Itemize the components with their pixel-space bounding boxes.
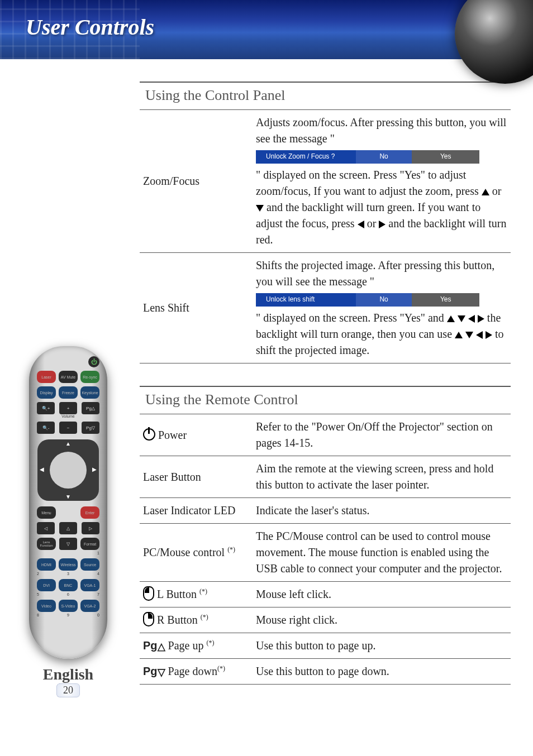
section-heading-remote: Using the Remote Control: [140, 386, 511, 414]
prompt-no-button[interactable]: No: [356, 150, 412, 164]
sidebar: ⏻ Laser AV Mute Re-sync Display Freeze K…: [12, 346, 124, 685]
num-label: 0: [97, 613, 99, 617]
remote-vga2-button[interactable]: VGA-2: [80, 600, 99, 612]
laser-button-desc: Aim the remote at the viewing screen, pr…: [253, 456, 511, 498]
remote-wireless-button[interactable]: Wireless: [59, 558, 78, 571]
arrow-right-icon: [486, 331, 492, 339]
remote-vga1-button[interactable]: VGA-1: [80, 579, 99, 591]
remote-format-button[interactable]: Format: [80, 538, 99, 550]
text: or: [492, 185, 502, 197]
control-panel-table: Zoom/Focus Adjusts zoom/focus. After pre…: [140, 110, 511, 363]
num-label: 1: [97, 551, 99, 555]
remote-source-button[interactable]: Source: [80, 558, 99, 571]
text: Page: [165, 665, 190, 677]
remote-control-image: ⏻ Laser AV Mute Re-sync Display Freeze K…: [29, 346, 107, 659]
text: L Button: [154, 588, 199, 600]
footnote-marker: (*): [227, 546, 235, 553]
remote-volplus-button[interactable]: +: [59, 402, 77, 414]
arrow-right-icon: [478, 315, 484, 323]
remote-nav-right[interactable]: ▷: [82, 522, 99, 534]
remote-keystone-button[interactable]: Keystone: [80, 386, 99, 399]
arrow-down-icon: [256, 205, 264, 212]
remote-dpad[interactable]: ▲ ▼ ◀ ▶: [37, 439, 99, 501]
zoom-focus-desc: Adjusts zoom/focus. After pressing this …: [253, 110, 511, 253]
remote-avmute-button[interactable]: AV Mute: [59, 371, 78, 383]
text: R Button: [154, 614, 201, 626]
page-title: User Controls: [26, 14, 154, 40]
arrow-left-icon: [468, 315, 475, 323]
prompt-question: Unlock lens shift: [256, 293, 356, 307]
remote-svideo-button[interactable]: S-Video: [59, 600, 78, 612]
num-label: 2: [37, 572, 39, 576]
rbutton-desc: Mouse right click.: [253, 607, 511, 633]
remote-bnc-button[interactable]: BNC: [59, 579, 78, 591]
num-label: 7: [97, 592, 99, 596]
num-label: 8: [37, 613, 39, 617]
page-down-icon: [158, 665, 165, 680]
text: PC/Mouse control: [143, 546, 227, 558]
pcmouse-desc: The PC/Mouse control can be used to cont…: [253, 524, 511, 582]
lbutton-label: L Button (*): [140, 582, 253, 607]
remote-laser-button[interactable]: Laser: [37, 371, 56, 383]
power-desc: Refer to the "Power On/Off the Projector…: [253, 414, 511, 456]
remote-volminus-button[interactable]: −: [59, 422, 77, 434]
remote-freeze-button[interactable]: Freeze: [59, 386, 78, 399]
prompt-question: Unlock Zoom / Focus ?: [256, 150, 356, 164]
num-label: 5: [37, 592, 39, 596]
unlock-lens-prompt: Unlock lens shift No Yes: [256, 293, 479, 307]
text: " displayed on the screen. Press "Yes" t…: [256, 169, 482, 197]
remote-table: Power Refer to the "Power On/Off the Pro…: [140, 414, 511, 685]
pagedown-label: Pg Page down(*): [140, 659, 253, 685]
arrow-down-icon: [458, 315, 465, 322]
pagedown-desc: Use this button to page down.: [253, 659, 511, 685]
remote-nav-up[interactable]: △: [59, 522, 77, 534]
pageup-desc: Use this button to page up.: [253, 633, 511, 659]
text: Page up: [165, 639, 207, 652]
banner-lens-graphic: [455, 0, 533, 84]
unlock-zoom-prompt: Unlock Zoom / Focus ? No Yes: [256, 150, 479, 164]
prompt-yes-button[interactable]: Yes: [412, 293, 479, 307]
num-label: 4: [97, 572, 99, 576]
section-heading-control-panel: Using the Control Panel: [140, 82, 511, 110]
text: Shifts the projected image. After pressi…: [256, 259, 494, 288]
arrow-left-icon: [358, 221, 364, 228]
remote-pgup-button[interactable]: Pg△: [82, 402, 99, 414]
page-up-icon: [158, 639, 165, 654]
num-label: 3: [67, 572, 69, 576]
prompt-yes-button[interactable]: Yes: [412, 150, 479, 164]
remote-nav-down[interactable]: ▽: [59, 538, 77, 550]
text: Adjusts zoom/focus. After pressing this …: [256, 116, 506, 145]
remote-resync-button[interactable]: Re-sync: [80, 371, 99, 383]
laser-led-label: Laser Indicator LED: [140, 498, 253, 524]
num-label: 9: [67, 613, 69, 617]
arrow-left-icon: [476, 331, 483, 339]
remote-zoomin-button[interactable]: 🔍+: [37, 402, 55, 414]
remote-nav-left[interactable]: ◁: [37, 522, 55, 534]
lens-shift-desc: Shifts the projected image. After pressi…: [253, 253, 511, 363]
remote-volume-label: Volume: [37, 414, 99, 418]
remote-power-button[interactable]: ⏻: [88, 356, 99, 367]
remote-enter-button[interactable]: Enter: [80, 506, 99, 519]
remote-display-button[interactable]: Display: [37, 386, 56, 399]
arrow-up-icon: [455, 332, 463, 338]
footnote-marker: (*): [199, 587, 207, 595]
lens-shift-label: Lens Shift: [140, 253, 253, 363]
footnote-marker: (*): [206, 639, 214, 647]
remote-video-button[interactable]: Video: [37, 600, 56, 612]
footnote-marker: (*): [201, 613, 208, 621]
remote-pgdn-button[interactable]: Pg▽: [82, 422, 99, 434]
text: down: [192, 665, 217, 677]
remote-zoomout-button[interactable]: 🔍-: [37, 422, 55, 434]
remote-menu-button[interactable]: Menu: [37, 506, 56, 519]
prompt-no-button[interactable]: No: [356, 293, 412, 307]
text: Power: [155, 429, 187, 441]
remote-hdmi-button[interactable]: HDMI: [37, 558, 56, 571]
language-label: English: [12, 666, 124, 683]
lbutton-desc: Mouse left click.: [253, 582, 511, 607]
mouse-right-icon: [143, 612, 154, 626]
remote-lens-button[interactable]: Lens Function: [37, 538, 56, 550]
laser-button-label: Laser Button: [140, 456, 253, 498]
remote-dvi-button[interactable]: DVI: [37, 579, 56, 591]
num-label: 6: [67, 592, 69, 596]
rbutton-label: R Button (*): [140, 607, 253, 633]
